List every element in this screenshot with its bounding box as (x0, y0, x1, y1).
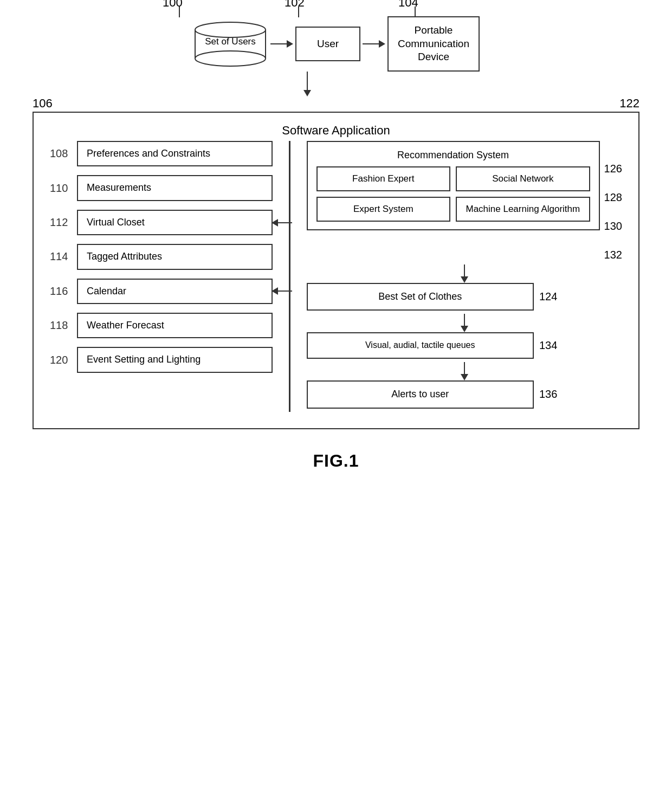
pcd-node: Portable Communication Device (387, 16, 480, 72)
ml-algorithm-label: Machine Learning Algorithm (466, 204, 580, 214)
measurements-box: Measurements (77, 175, 273, 201)
arrow-users-to-user (270, 40, 293, 48)
ref-122: 122 (619, 96, 639, 111)
fig-label: FIG.1 (313, 451, 359, 471)
calendar-box: Calendar (77, 279, 273, 304)
social-network-cell: Social Network (456, 166, 590, 191)
ref-114: 114 (50, 250, 77, 263)
ref-102: 102 (285, 0, 305, 10)
arrow-rec-to-best (335, 264, 594, 283)
event-row: 120 Event Setting and Lighting (50, 347, 273, 372)
ref-124: 124 (539, 291, 557, 303)
alerts-row: Alerts to user 136 (307, 380, 622, 408)
calendar-row: 116 Calendar (50, 279, 273, 304)
weather-box: Weather Forecast (77, 313, 273, 338)
fashion-expert-cell: Fashion Expert (316, 166, 451, 191)
tagged-attributes-row: 114 Tagged Attributes (50, 244, 273, 269)
weather-row: 118 Weather Forecast (50, 313, 273, 338)
social-network-label: Social Network (492, 173, 553, 184)
fashion-expert-label: Fashion Expert (352, 173, 414, 184)
top-section: 100 102 104 Set of Users (33, 16, 639, 96)
preferences-label: Preferences and Constraints (87, 148, 210, 159)
ref-108: 108 (50, 147, 77, 160)
down-arrow-top (33, 72, 639, 96)
ref-106: 106 (33, 96, 53, 111)
expert-system-cell: Expert System (316, 197, 451, 222)
rec-system-box: Recommendation System Fashion Expert (307, 141, 600, 230)
software-app-box: Software Application 108 Preferences and… (33, 112, 639, 429)
pcd-label: Portable Communication Device (398, 24, 469, 62)
visual-audial-box: Visual, audial, tactile queues (307, 332, 534, 359)
best-clothes-box: Best Set of Clothes (307, 283, 534, 311)
virtual-closet-row: 112 Virtual Closet (50, 210, 273, 235)
rec-refs: 126 128 130 132 (600, 141, 622, 261)
software-app-wrapper: 106 122 Software Application 108 Prefere… (33, 96, 639, 429)
svg-point-0 (195, 22, 266, 37)
virtual-closet-label: Virtual Closet (87, 217, 145, 228)
ref-112: 112 (50, 216, 77, 229)
event-label: Event Setting and Lighting (87, 354, 201, 365)
measurements-label: Measurements (87, 182, 151, 193)
visual-audial-row: Visual, audial, tactile queues 134 (307, 332, 622, 359)
rec-system-label: Recommendation System (316, 150, 590, 161)
ref-132: 132 (604, 249, 622, 261)
nodes-row: 100 102 104 Set of Users (33, 16, 639, 72)
ref-136: 136 (539, 388, 557, 401)
tagged-attributes-label: Tagged Attributes (87, 251, 162, 262)
ref-134: 134 (539, 339, 557, 352)
arrow-best-to-visual (351, 314, 578, 332)
user-node: User (295, 27, 360, 62)
set-of-users-label: Set of Users (192, 36, 268, 47)
expert-system-label: Expert System (353, 204, 413, 214)
rec-system-row: Recommendation System Fashion Expert (307, 141, 622, 261)
ref-118: 118 (50, 319, 77, 332)
set-of-users-node: Set of Users (192, 21, 268, 67)
ref-120: 120 (50, 354, 77, 366)
inner-layout: 108 Preferences and Constraints 110 Meas… (50, 141, 622, 412)
arrow-visual-to-alerts (351, 362, 578, 380)
rec-grid: Fashion Expert Social Network (316, 166, 590, 222)
ref-116: 116 (50, 285, 77, 298)
ref-110: 110 (50, 182, 77, 195)
tagged-attributes-box: Tagged Attributes (77, 244, 273, 269)
right-column: Recommendation System Fashion Expert (290, 141, 622, 412)
diagram: 100 102 104 Set of Users (33, 16, 639, 471)
best-clothes-label: Best Set of Clothes (378, 291, 462, 302)
ref-130: 130 (604, 220, 622, 233)
software-app-label: Software Application (50, 124, 622, 138)
arrow-user-to-pcd (363, 40, 385, 48)
event-box: Event Setting and Lighting (77, 347, 273, 372)
measurements-row: 110 Measurements (50, 175, 273, 201)
ref-128: 128 (604, 191, 622, 204)
preferences-row: 108 Preferences and Constraints (50, 141, 273, 166)
ref-126: 126 (604, 163, 622, 175)
weather-label: Weather Forecast (87, 320, 164, 331)
svg-point-3 (195, 51, 266, 66)
best-clothes-row: Best Set of Clothes 124 (307, 283, 622, 311)
arrow-vc-left (272, 219, 292, 227)
visual-audial-label: Visual, audial, tactile queues (365, 340, 475, 350)
preferences-box: Preferences and Constraints (77, 141, 273, 166)
user-label: User (317, 38, 339, 49)
virtual-closet-box: Virtual Closet (77, 210, 273, 235)
calendar-label: Calendar (87, 286, 126, 296)
ml-algorithm-cell: Machine Learning Algorithm (456, 197, 590, 222)
alerts-box: Alerts to user (307, 380, 534, 408)
arrow-cal-left (272, 287, 292, 295)
left-column: 108 Preferences and Constraints 110 Meas… (50, 141, 290, 412)
alerts-label: Alerts to user (391, 389, 449, 399)
